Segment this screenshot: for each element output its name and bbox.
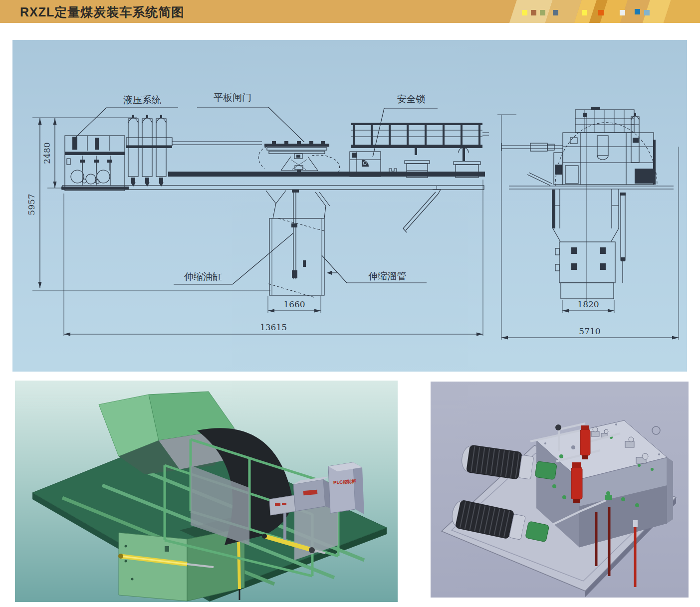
hydraulic-cylinder-yellow xyxy=(238,540,239,589)
dim-13615: 13615 xyxy=(64,322,483,336)
label-flat-gate: 平板闸门 xyxy=(214,92,251,103)
callout-telescopic-chute: 伸缩溜管 xyxy=(322,255,427,283)
page: { "header": { "title": "RXZL定量煤炭装车系统简图",… xyxy=(0,0,700,607)
dim-2480: 2480 xyxy=(42,118,57,188)
push-rod xyxy=(501,143,563,151)
figure-3d-model: PLC控制柜 xyxy=(15,381,398,602)
decor-square xyxy=(522,10,527,15)
decor-square xyxy=(531,10,536,15)
connecting-rod xyxy=(172,142,262,145)
figure-hydraulic-unit xyxy=(431,382,689,598)
flat-gate-assembly xyxy=(258,141,339,175)
header-bar: RXZL定量煤炭装车系统简图 xyxy=(0,0,700,23)
dim-1660: 1660 xyxy=(268,296,321,313)
end-view: 1820 5710 xyxy=(497,107,679,340)
label-hydraulic-system: 液压系统 xyxy=(123,94,161,105)
page-title: RXZL定量煤炭装车系统简图 xyxy=(20,4,184,20)
decor-square xyxy=(582,10,587,15)
technical-drawing-panel: 2480 5957 xyxy=(12,40,687,372)
engineering-drawing: 2480 5957 xyxy=(12,40,687,372)
end-view-chute xyxy=(552,189,626,299)
telescopic-chute xyxy=(266,190,337,298)
accumulator xyxy=(128,115,138,187)
callout-telescopic-cylinder: 伸缩油缸 xyxy=(174,233,293,284)
safety-lock-assembly xyxy=(350,123,489,178)
side-view: 2480 5957 xyxy=(26,92,489,336)
dim-5957: 5957 xyxy=(26,118,42,288)
callout-hydraulic-system: 液压系统 xyxy=(76,94,178,137)
dim-label-5957: 5957 xyxy=(26,194,36,215)
inclined-brace xyxy=(403,186,441,232)
dim-label-13615: 13615 xyxy=(260,322,287,332)
sign-post xyxy=(283,511,286,540)
3d-model-render: PLC控制柜 xyxy=(15,381,398,602)
decor-square xyxy=(620,10,625,15)
hydraulic-station xyxy=(61,136,129,191)
accumulator xyxy=(142,115,152,187)
label-telescopic-cylinder: 伸缩油缸 xyxy=(184,271,222,282)
operator-cabinet xyxy=(293,479,325,511)
accumulator xyxy=(156,115,166,187)
decor-square xyxy=(553,10,558,15)
label-safety-lock: 安全锁 xyxy=(397,93,426,104)
hydraulic-unit-render xyxy=(431,382,689,598)
dim-label-5710: 5710 xyxy=(579,326,600,336)
accumulator-bottles xyxy=(126,115,172,187)
decor-square xyxy=(598,10,604,15)
decor-square xyxy=(540,10,545,15)
dim-label-1820: 1820 xyxy=(577,299,599,309)
label-telescopic-chute: 伸缩溜管 xyxy=(368,270,406,281)
dim-label-2480: 2480 xyxy=(42,142,52,164)
decor-square xyxy=(644,10,650,15)
pump xyxy=(535,461,557,480)
dim-1820: 1820 xyxy=(562,299,614,313)
dim-label-1660: 1660 xyxy=(283,299,305,309)
decor-square xyxy=(635,9,640,14)
callout-flat-gate: 平板闸门 xyxy=(197,92,304,142)
